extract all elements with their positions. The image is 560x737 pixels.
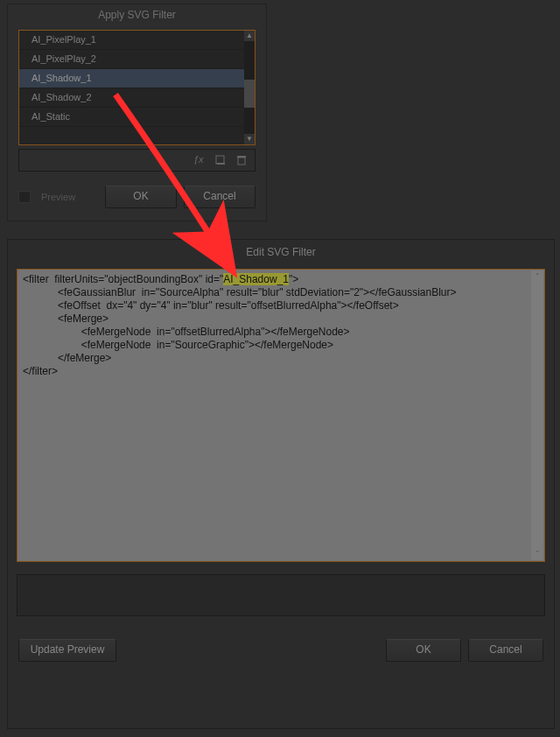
scroll-up-icon[interactable]: ˄ bbox=[531, 270, 543, 283]
edit-dialog-title: Edit SVG Filter bbox=[8, 240, 554, 269]
new-filter-icon[interactable] bbox=[214, 154, 227, 166]
ok-button[interactable]: OK bbox=[386, 639, 461, 662]
filter-list-item[interactable]: AI_Static bbox=[19, 108, 255, 127]
fx-icon[interactable]: ƒx bbox=[193, 154, 206, 166]
apply-svg-filter-dialog: Apply SVG Filter AI_PixelPlay_1 AI_Pixel… bbox=[7, 4, 267, 221]
filter-list-scrollbar[interactable]: ▲ ▼ bbox=[244, 31, 255, 144]
preview-area bbox=[17, 574, 545, 616]
svg-rect-0 bbox=[216, 156, 224, 164]
update-preview-button[interactable]: Update Preview bbox=[18, 639, 116, 662]
code-pre: <filter filterUnits="objectBoundingBox" … bbox=[23, 273, 223, 285]
preview-checkbox[interactable] bbox=[18, 191, 31, 203]
cancel-button[interactable]: Cancel bbox=[184, 186, 256, 208]
filter-list-item[interactable]: AI_PixelPlay_1 bbox=[19, 31, 255, 50]
trash-icon[interactable] bbox=[235, 154, 248, 166]
scroll-thumb[interactable] bbox=[244, 80, 255, 108]
code-rest: <feGaussianBlur in="SourceAlpha" result=… bbox=[23, 286, 457, 377]
code-post1: "> bbox=[289, 273, 298, 285]
scroll-down-icon[interactable]: ▼ bbox=[244, 134, 255, 144]
apply-dialog-title: Apply SVG Filter bbox=[8, 4, 266, 30]
edit-dialog-button-row: Update Preview OK Cancel bbox=[18, 639, 543, 662]
filter-list-item[interactable]: AI_Shadow_2 bbox=[19, 88, 255, 108]
filter-list-item[interactable]: AI_PixelPlay_2 bbox=[19, 50, 255, 69]
svg-rect-2 bbox=[238, 158, 245, 165]
code-text[interactable]: <filter filterUnits="objectBoundingBox" … bbox=[18, 270, 544, 382]
ok-button[interactable]: OK bbox=[105, 186, 177, 208]
svg-rect-3 bbox=[237, 156, 246, 158]
code-highlight: AI_Shadow_1 bbox=[223, 273, 289, 285]
edit-svg-filter-dialog: Edit SVG Filter <filter filterUnits="obj… bbox=[7, 239, 555, 729]
scroll-down-icon[interactable]: ˅ bbox=[531, 548, 543, 560]
cancel-button[interactable]: Cancel bbox=[468, 639, 543, 662]
code-editor[interactable]: <filter filterUnits="objectBoundingBox" … bbox=[17, 269, 545, 562]
svg-rect-1 bbox=[217, 163, 225, 165]
code-scrollbar[interactable]: ˄ ˅ bbox=[531, 270, 543, 560]
filter-list-container: AI_PixelPlay_1 AI_PixelPlay_2 AI_Shadow_… bbox=[18, 30, 256, 145]
filter-list-item-selected[interactable]: AI_Shadow_1 bbox=[19, 69, 255, 88]
filter-list-footer: ƒx bbox=[18, 149, 256, 172]
preview-checkbox-label: Preview bbox=[41, 192, 75, 202]
filter-list[interactable]: AI_PixelPlay_1 AI_PixelPlay_2 AI_Shadow_… bbox=[19, 31, 255, 144]
scroll-up-icon[interactable]: ▲ bbox=[244, 31, 255, 41]
apply-dialog-button-row: Preview OK Cancel bbox=[18, 186, 256, 208]
